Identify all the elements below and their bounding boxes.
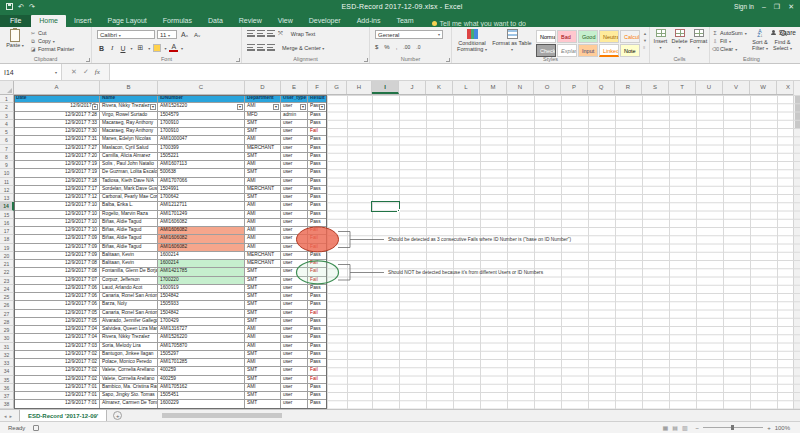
shrink-font-button[interactable]: A˅: [192, 32, 202, 38]
name-box[interactable]: I14▾: [0, 64, 62, 80]
cut-button[interactable]: ✂Cut: [30, 30, 74, 36]
gallery-down-icon[interactable]: ▼: [643, 38, 647, 43]
ribbon-tab-insert[interactable]: Insert: [66, 15, 100, 27]
percent-button[interactable]: %: [384, 44, 389, 50]
ribbon-tab-data[interactable]: Data: [200, 15, 231, 27]
formula-input[interactable]: [110, 64, 800, 80]
format-cells-button[interactable]: Format▾: [689, 29, 708, 50]
gallery-up-icon[interactable]: ▲: [643, 31, 647, 36]
column-header-Q[interactable]: Q: [588, 81, 615, 94]
zoom-out-icon[interactable]: −: [696, 425, 700, 431]
column-header-B[interactable]: B: [100, 81, 158, 94]
grow-font-button[interactable]: A˄: [179, 31, 190, 38]
ribbon-tab-file[interactable]: File: [0, 15, 31, 27]
orientation-button[interactable]: ⤧: [276, 30, 285, 37]
minimize-button[interactable]: –: [762, 3, 766, 10]
ribbon-tab-add-ins[interactable]: Add-ins: [349, 15, 389, 27]
fill-color-button[interactable]: [153, 44, 161, 52]
column-header-V[interactable]: V: [723, 81, 750, 94]
sign-in-button[interactable]: Sign in: [734, 3, 754, 10]
annotation-text-2[interactable]: Should NOT be detected because it's from…: [388, 270, 543, 275]
column-header-N[interactable]: N: [507, 81, 534, 94]
paste-button[interactable]: Paste ▾: [4, 29, 26, 55]
column-header-I[interactable]: I: [372, 81, 399, 94]
merge-center-button[interactable]: Merge & Center ▾: [282, 45, 324, 51]
column-header-U[interactable]: U: [696, 81, 723, 94]
column-header-T[interactable]: T: [669, 81, 696, 94]
column-header-E[interactable]: E: [281, 81, 308, 94]
font-color-button[interactable]: A: [169, 44, 178, 52]
normal-view-icon[interactable]: ▦: [663, 424, 669, 431]
italic-button[interactable]: I: [109, 44, 115, 52]
bold-button[interactable]: B: [97, 45, 106, 52]
sort-filter-button[interactable]: AZ↓ Sort & Filter ▾: [748, 29, 772, 52]
add-sheet-button[interactable]: +: [113, 411, 122, 420]
align-right-icon[interactable]: [267, 44, 275, 51]
copy-button[interactable]: ⧉Copy ▾: [30, 38, 74, 44]
font-size-select[interactable]: 11 ▾: [157, 30, 177, 39]
close-button[interactable]: ✕: [788, 3, 794, 11]
column-header-H[interactable]: H: [347, 81, 372, 94]
redo-icon[interactable]: ↷: [29, 3, 35, 10]
align-middle-icon[interactable]: [257, 30, 265, 37]
style-chip-calculation[interactable]: Calculation: [620, 30, 640, 43]
column-header-D[interactable]: D: [245, 81, 281, 94]
zoom-level[interactable]: 100%: [775, 425, 790, 431]
undo-icon[interactable]: ↶: [18, 3, 24, 10]
ribbon-tab-team[interactable]: Team: [388, 15, 421, 27]
conditional-formatting-button[interactable]: Conditional Formatting ▾: [452, 29, 492, 53]
tell-me-box[interactable]: Tell me what you want to do: [432, 20, 526, 27]
confirm-entry-icon[interactable]: ✓: [83, 68, 89, 76]
column-header-R[interactable]: R: [615, 81, 642, 94]
alignment-dialog-launcher[interactable]: [364, 58, 368, 62]
borders-button[interactable]: ⊞: [135, 44, 145, 52]
column-header-G[interactable]: G: [327, 81, 347, 94]
clipboard-dialog-launcher[interactable]: [86, 58, 90, 62]
page-break-view-icon[interactable]: ▥: [682, 424, 688, 431]
column-header-K[interactable]: K: [426, 81, 453, 94]
macro-record-icon[interactable]: [33, 425, 39, 431]
ribbon-tab-review[interactable]: Review: [231, 15, 270, 27]
align-center-icon[interactable]: [257, 44, 265, 51]
align-bottom-icon[interactable]: [267, 30, 275, 37]
format-painter-button[interactable]: ◪Format Painter: [30, 46, 74, 52]
number-dialog-launcher[interactable]: [446, 58, 450, 62]
ribbon-tab-developer[interactable]: Developer: [301, 15, 349, 27]
column-header-A[interactable]: A: [14, 81, 100, 94]
number-format-select[interactable]: General ▾: [375, 30, 443, 39]
currency-button[interactable]: $: [375, 44, 378, 50]
style-chip-normal[interactable]: Normal: [536, 30, 556, 43]
select-all-corner[interactable]: [0, 81, 14, 94]
save-icon[interactable]: [6, 3, 13, 10]
insert-function-button[interactable]: fx: [95, 68, 100, 76]
font-dialog-launcher[interactable]: [236, 58, 240, 62]
decrease-decimal-button[interactable]: .0: [416, 44, 420, 50]
increase-decimal-button[interactable]: .00: [403, 44, 410, 50]
horizontal-scroll-thumb[interactable]: [162, 413, 282, 418]
style-chip-good[interactable]: Good: [578, 30, 598, 43]
column-header-O[interactable]: O: [534, 81, 561, 94]
zoom-slider[interactable]: [703, 427, 763, 428]
ribbon-tab-page-layout[interactable]: Page Layout: [99, 15, 154, 27]
underline-button[interactable]: U: [118, 45, 127, 52]
column-header-F[interactable]: F: [308, 81, 327, 94]
column-header-J[interactable]: J: [399, 81, 426, 94]
find-select-button[interactable]: Find & Select ▾: [772, 29, 793, 52]
column-header-S[interactable]: S: [642, 81, 669, 94]
zoom-in-icon[interactable]: +: [767, 425, 771, 431]
active-sheet-tab[interactable]: ESD-Record '2017-12-09': [19, 410, 107, 422]
column-header-C[interactable]: C: [158, 81, 245, 94]
page-layout-view-icon[interactable]: ▤: [672, 424, 678, 431]
autosum-button[interactable]: ΣAutoSum ▾: [712, 30, 747, 36]
gallery-more-icon[interactable]: ≡: [643, 45, 647, 50]
annotation-text-1[interactable]: Should be detected as 3 consecutive Fail…: [388, 237, 571, 242]
column-header-W[interactable]: W: [750, 81, 777, 94]
column-header-P[interactable]: P: [561, 81, 588, 94]
sheet-nav-arrows[interactable]: ◂▸: [0, 413, 19, 419]
align-top-icon[interactable]: [247, 30, 255, 37]
insert-cells-button[interactable]: Insert▾: [651, 29, 670, 50]
fill-button[interactable]: ⇩Fill ▾: [712, 38, 747, 44]
style-chip-neutral[interactable]: Neutral: [599, 30, 619, 43]
comma-button[interactable]: ,: [396, 44, 398, 50]
font-family-select[interactable]: Calibri ▾: [97, 30, 155, 39]
